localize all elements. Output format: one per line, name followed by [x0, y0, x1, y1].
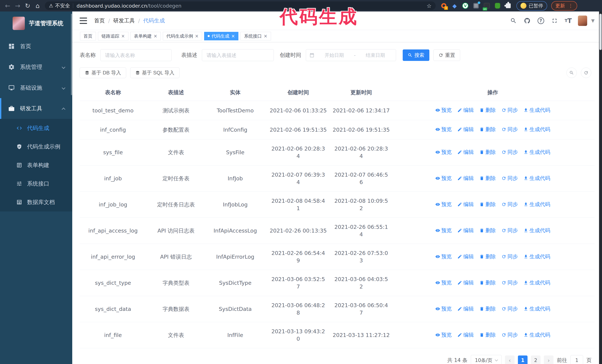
delete-link[interactable]: 删除 — [479, 253, 496, 260]
generate-code-link[interactable]: 生成代码 — [524, 331, 550, 339]
preview-link[interactable]: 预览 — [435, 227, 452, 234]
extension-orange-icon[interactable]: 1 — [441, 2, 447, 9]
edit-link[interactable]: 编辑 — [457, 331, 474, 339]
import-sql-button[interactable]: 基于 SQL 导入 — [130, 67, 180, 78]
sync-link[interactable]: 同步 — [501, 126, 518, 133]
close-icon[interactable]: × — [264, 34, 267, 38]
generate-code-link[interactable]: 生成代码 — [524, 201, 550, 208]
close-icon[interactable]: × — [231, 34, 235, 38]
breadcrumb-home[interactable]: 首页 — [94, 17, 105, 24]
delete-link[interactable]: 删除 — [479, 201, 496, 208]
generate-code-link[interactable]: 生成代码 — [524, 279, 550, 286]
sync-link[interactable]: 同步 — [501, 175, 518, 182]
sync-link[interactable]: 同步 — [501, 331, 518, 339]
page-button-2[interactable]: 2 — [531, 355, 540, 364]
tab-system-api[interactable]: 系统接口 × — [240, 32, 271, 40]
sidebar-subitem-codegen-example[interactable]: 代码生成示例 — [0, 137, 72, 156]
preview-link[interactable]: 预览 — [435, 253, 452, 260]
sidebar-scrollbar-thumb[interactable] — [71, 14, 72, 95]
tab-form-builder[interactable]: 表单构建 × — [130, 32, 161, 40]
github-icon[interactable] — [523, 17, 531, 25]
app-logo-row[interactable]: 芋道管理系统 — [0, 11, 72, 34]
delete-link[interactable]: 删除 — [479, 148, 496, 156]
generate-code-link[interactable]: 生成代码 — [524, 253, 550, 260]
update-button[interactable]: 更新 ⋮ — [551, 1, 577, 10]
delete-link[interactable]: 删除 — [479, 175, 496, 182]
bookmark-star-icon[interactable]: ☆ — [427, 3, 431, 9]
sync-link[interactable]: 同步 — [501, 305, 518, 312]
sync-link[interactable]: 同步 — [501, 279, 518, 286]
search-icon[interactable] — [509, 17, 517, 25]
edit-link[interactable]: 编辑 — [457, 201, 474, 208]
sidebar-item-dev-tools[interactable]: 研发工具 — [0, 98, 72, 119]
address-bar[interactable]: ⚠ 不安全 dashboard.yudao.iocoder.cn /tool/c… — [45, 1, 436, 10]
next-page-button[interactable]: › — [544, 355, 553, 364]
edit-link[interactable]: 编辑 — [457, 148, 474, 156]
preview-link[interactable]: 预览 — [435, 331, 452, 339]
sidebar-item-system-management[interactable]: 系统管理 — [0, 57, 72, 77]
extension-v-icon[interactable]: V — [462, 2, 469, 9]
hamburger-icon[interactable] — [80, 18, 87, 24]
fullscreen-icon[interactable] — [550, 17, 559, 25]
edit-link[interactable]: 编辑 — [457, 305, 474, 312]
import-db-button[interactable]: 基于 DB 导入 — [80, 67, 126, 78]
start-date-placeholder[interactable]: 开始日期 — [317, 52, 351, 59]
goto-page-input[interactable] — [570, 355, 583, 364]
sync-link[interactable]: 同步 — [501, 106, 518, 114]
browser-forward-button[interactable]: → — [13, 1, 22, 10]
preview-link[interactable]: 预览 — [435, 106, 452, 114]
refresh-table-button[interactable] — [581, 68, 591, 78]
generate-code-link[interactable]: 生成代码 — [524, 227, 550, 234]
preview-link[interactable]: 预览 — [435, 175, 452, 182]
generate-code-link[interactable]: 生成代码 — [524, 126, 550, 133]
extension-sliders-icon[interactable] — [473, 2, 479, 9]
extension-dark-icon[interactable]: on — [484, 2, 490, 9]
sidebar-subitem-db-doc[interactable]: 数据库文档 — [0, 193, 72, 211]
table-name-input[interactable] — [100, 49, 172, 61]
close-icon[interactable]: × — [154, 34, 157, 38]
delete-link[interactable]: 删除 — [479, 106, 496, 114]
delete-link[interactable]: 删除 — [479, 279, 496, 286]
sync-link[interactable]: 同步 — [501, 201, 518, 208]
toggle-search-button[interactable] — [566, 68, 577, 78]
delete-link[interactable]: 删除 — [479, 126, 496, 133]
sidebar-item-home[interactable]: 首页 — [0, 36, 72, 57]
sidebar-item-infrastructure[interactable]: 基础设施 — [0, 77, 72, 98]
generate-code-link[interactable]: 生成代码 — [524, 106, 550, 114]
browser-menu-icon[interactable]: ⋮ — [568, 3, 573, 9]
preview-link[interactable]: 预览 — [435, 201, 452, 208]
tab-tracing[interactable]: 链路追踪 × — [98, 32, 128, 40]
browser-back-button[interactable]: ← — [3, 1, 13, 10]
sidebar-subitem-system-api[interactable]: 系统接口 — [0, 174, 72, 193]
search-button[interactable]: 搜索 — [403, 49, 429, 61]
generate-code-link[interactable]: 生成代码 — [524, 175, 550, 182]
avatar[interactable] — [578, 16, 587, 26]
page-button-1[interactable]: 1 — [518, 355, 527, 364]
sidebar-subitem-form-builder[interactable]: 表单构建 — [0, 156, 72, 174]
edit-link[interactable]: 编辑 — [457, 126, 474, 133]
edit-link[interactable]: 编辑 — [457, 253, 474, 260]
sync-link[interactable]: 同步 — [501, 227, 518, 234]
extensions-puzzle-icon[interactable] — [505, 2, 512, 9]
preview-link[interactable]: 预览 — [435, 305, 452, 312]
reset-button[interactable]: 重置 — [433, 49, 460, 61]
caret-down-icon[interactable]: ▼ — [591, 18, 595, 23]
generate-code-link[interactable]: 生成代码 — [524, 305, 550, 312]
edit-link[interactable]: 编辑 — [457, 227, 474, 234]
sidebar-subitem-codegen[interactable]: 代码生成 — [0, 119, 72, 137]
sync-link[interactable]: 同步 — [501, 253, 518, 260]
delete-link[interactable]: 删除 — [479, 227, 496, 234]
browser-home-button[interactable]: ⌂ — [32, 1, 43, 10]
scrollbar-thumb[interactable] — [599, 14, 602, 50]
window-scrollbar[interactable] — [599, 11, 602, 364]
date-range-picker[interactable]: 开始日期 - 结束日期 — [306, 49, 396, 61]
table-desc-input[interactable] — [202, 49, 274, 61]
tab-home[interactable]: 首页 — [80, 32, 96, 40]
tab-codegen-example[interactable]: 代码生成示例 × — [163, 32, 202, 40]
preview-link[interactable]: 预览 — [435, 148, 452, 156]
delete-link[interactable]: 删除 — [479, 305, 496, 312]
edit-link[interactable]: 编辑 — [457, 175, 474, 182]
tab-codegen[interactable]: 代码生成 × — [204, 32, 238, 40]
browser-reload-button[interactable]: ↻ — [22, 1, 32, 10]
preview-link[interactable]: 预览 — [435, 126, 452, 133]
